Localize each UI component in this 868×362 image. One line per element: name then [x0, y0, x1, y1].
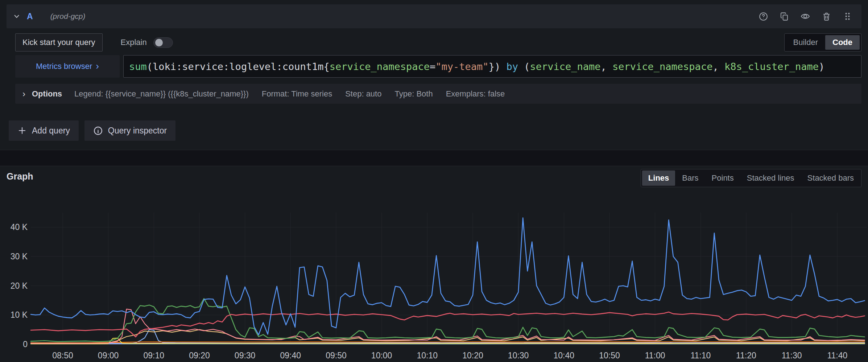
- mode-tab-code[interactable]: Code: [825, 35, 860, 50]
- y-axis-tick-label: 20 K: [11, 281, 28, 291]
- editor-mode-group: BuilderCode: [784, 33, 861, 52]
- datasource-name: (prod-gcp): [50, 12, 86, 21]
- query-token: service_namespace: [612, 61, 712, 72]
- query-token: }): [489, 61, 501, 72]
- query-token: (: [147, 61, 153, 72]
- query-expression: sum(loki:service:loglevel:count1m{servic…: [129, 61, 824, 72]
- x-axis-tick-label: 11:30: [782, 351, 802, 360]
- x-axis-tick-label: 10:50: [599, 351, 620, 360]
- query-inspector-label: Query inspector: [108, 126, 167, 136]
- add-query-button[interactable]: Add query: [9, 120, 79, 141]
- series-line-red: [31, 312, 865, 337]
- query-token: ): [819, 61, 824, 72]
- collapse-query-button[interactable]: [7, 4, 27, 28]
- x-axis-tick-label: 11:20: [736, 351, 756, 360]
- option-summary-item: Step: auto: [345, 89, 381, 98]
- graph-panel-title: Graph: [7, 171, 33, 182]
- x-axis-tick-label: 10:20: [462, 351, 483, 360]
- options-label: Options: [32, 89, 62, 99]
- explore-view: A (prod-gcp): [0, 0, 868, 362]
- query-token: (: [524, 61, 530, 72]
- x-axis-tick-label: 09:50: [326, 351, 347, 360]
- metrics-browser-button[interactable]: Metrics browser ›: [15, 55, 120, 78]
- toggle-knob: [155, 39, 163, 46]
- query-toolbar: Kick start your query Explain BuilderCod…: [15, 33, 861, 52]
- eye-icon[interactable]: [795, 4, 816, 28]
- x-axis-tick-label: 09:10: [144, 351, 165, 360]
- query-row: Metrics browser › sum(loki:service:logle…: [15, 55, 861, 78]
- trash-icon[interactable]: [816, 4, 837, 28]
- tab-lines[interactable]: Lines: [642, 170, 675, 186]
- mode-tab-builder[interactable]: Builder: [786, 35, 825, 50]
- drag-handle-icon[interactable]: [837, 4, 858, 28]
- plus-icon: [17, 126, 27, 135]
- query-token: ,: [601, 61, 613, 72]
- x-axis-tick-label: 10:00: [371, 351, 392, 360]
- option-summary-item: Type: Both: [394, 89, 433, 98]
- y-axis-tick-label: 0: [23, 340, 28, 349]
- query-editor-panel: A (prod-gcp): [0, 0, 868, 150]
- copy-icon[interactable]: [774, 4, 795, 28]
- x-axis-tick-label: 09:00: [98, 351, 119, 360]
- query-token: "my-team": [435, 61, 488, 72]
- query-token: sum: [129, 61, 147, 72]
- x-axis-tick-label: 11:00: [645, 351, 665, 360]
- add-query-label: Add query: [32, 126, 70, 136]
- x-axis-tick-label: 08:50: [52, 351, 73, 360]
- y-axis-tick-label: 30 K: [11, 252, 28, 261]
- query-options-row[interactable]: › Options Legend: {{service_name}} ({{k8…: [15, 84, 861, 104]
- y-axis-tick-label: 40 K: [11, 222, 28, 232]
- query-actions: Add query Query inspector: [9, 120, 175, 141]
- query-token: by: [500, 61, 524, 72]
- explain-label: Explain: [121, 38, 147, 47]
- query-inspector-button[interactable]: Query inspector: [84, 120, 175, 141]
- options-summary: Legend: {{service_name}} ({{k8s_cluster_…: [74, 89, 518, 99]
- view-mode-tabs: LinesBarsPointsStacked linesStacked bars: [641, 169, 861, 187]
- chevron-down-icon: [12, 12, 21, 21]
- query-token: k8s_cluster_name: [724, 61, 819, 72]
- query-token: service_namespace: [330, 61, 430, 72]
- kick-start-query-button[interactable]: Kick start your query: [15, 33, 103, 52]
- x-axis-tick-label: 11:10: [690, 351, 711, 360]
- info-circle-icon: [93, 126, 103, 136]
- time-series-chart[interactable]: 010 K20 K30 K40 K08:5009:0009:1009:2009:…: [0, 195, 868, 362]
- query-token: {: [323, 61, 329, 72]
- series-line-blue: [31, 218, 865, 335]
- tab-points[interactable]: Points: [706, 170, 740, 186]
- x-axis-tick-label: 09:20: [189, 351, 210, 360]
- query-token: =: [430, 61, 435, 72]
- metrics-browser-label: Metrics browser: [36, 62, 92, 71]
- tab-stacked-lines[interactable]: Stacked lines: [741, 170, 801, 186]
- x-axis-tick-label: 10:10: [417, 351, 438, 360]
- y-axis-tick-label: 10 K: [11, 310, 28, 320]
- x-axis-tick-label: 10:40: [554, 351, 575, 360]
- explain-toggle-wrap[interactable]: Explain: [121, 37, 173, 48]
- query-code-input[interactable]: sum(loki:service:loglevel:count1m{servic…: [123, 55, 861, 78]
- help-icon[interactable]: [753, 4, 774, 28]
- option-summary-item: Legend: {{service_name}} ({{k8s_cluster_…: [74, 89, 249, 98]
- x-axis-tick-label: 10:30: [508, 351, 529, 360]
- chevron-right-icon: ›: [22, 89, 25, 99]
- graph-panel: Graph LinesBarsPointsStacked linesStacke…: [0, 166, 868, 362]
- query-token: service_name: [530, 61, 600, 72]
- x-axis-tick-label: 09:30: [235, 351, 256, 360]
- tab-stacked-bars[interactable]: Stacked bars: [801, 170, 860, 186]
- query-ref-id: A: [27, 12, 33, 21]
- x-axis-tick-label: 09:40: [280, 351, 301, 360]
- option-summary-item: Exemplars: false: [446, 89, 505, 98]
- query-token: loki:service:loglevel:count1m: [153, 61, 323, 72]
- chevron-right-icon: ›: [96, 61, 99, 71]
- x-axis-tick-label: 11:40: [827, 351, 847, 360]
- tab-bars[interactable]: Bars: [676, 170, 704, 186]
- option-summary-item: Format: Time series: [262, 89, 332, 98]
- series-line-sand: [31, 330, 865, 343]
- query-header: A (prod-gcp): [7, 4, 861, 28]
- query-token: ,: [712, 61, 724, 72]
- explain-toggle[interactable]: [153, 37, 173, 48]
